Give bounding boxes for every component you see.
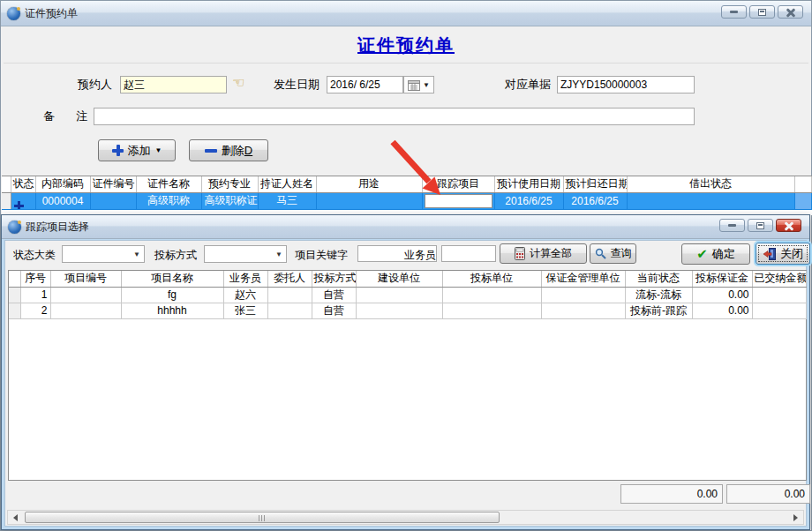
horizontal-scrollbar[interactable] bbox=[7, 510, 804, 525]
projects-grid: 序号 项目编号 项目名称 业务员 委托人 投标方式 建设单位 投标单位 保证金管… bbox=[8, 270, 807, 481]
salesperson-input[interactable] bbox=[441, 245, 496, 262]
col-client[interactable]: 委托人 bbox=[267, 271, 312, 287]
chevron-down-icon: ▼ bbox=[133, 251, 144, 258]
minimize-icon bbox=[730, 11, 738, 13]
scrollbar-thumb[interactable] bbox=[25, 512, 500, 523]
dialog-app-icon bbox=[8, 221, 21, 234]
calc-all-button[interactable]: 计算全部 bbox=[500, 243, 587, 264]
col-bid-method[interactable]: 投标方式 bbox=[312, 271, 356, 287]
close-dialog-button[interactable]: 关闭 bbox=[756, 243, 810, 265]
calendar-icon bbox=[408, 79, 420, 91]
dialog-title: 跟踪项目选择 bbox=[26, 220, 89, 235]
reserver-label: 预约人 bbox=[78, 78, 112, 92]
bid-method-combo[interactable]: ▼ bbox=[204, 245, 287, 263]
hand-picker-icon[interactable]: ☜ bbox=[232, 74, 244, 91]
dialog-close-button[interactable] bbox=[776, 219, 801, 232]
col-deposit-mgmt-unit[interactable]: 保证金管理单位 bbox=[541, 271, 625, 287]
dialog-window-controls bbox=[719, 219, 801, 232]
totals-strip: 0.00 0.00 bbox=[5, 481, 806, 508]
col-seq[interactable]: 序号 bbox=[20, 271, 50, 287]
maximize-icon bbox=[758, 9, 766, 16]
col-tracking-project[interactable]: 跟踪项目 bbox=[422, 176, 494, 192]
occur-date-label: 发生日期 bbox=[274, 78, 320, 92]
salesperson-label: 业务员 bbox=[404, 248, 436, 262]
col-salesperson[interactable]: 业务员 bbox=[223, 271, 267, 287]
doc-label: 对应单据 bbox=[505, 78, 551, 92]
date-picker-button[interactable]: ▼ bbox=[403, 76, 434, 93]
exit-door-icon bbox=[763, 248, 776, 260]
col-construction-unit[interactable]: 建设单位 bbox=[356, 271, 442, 287]
delete-button[interactable]: 删除D bbox=[189, 139, 268, 161]
occur-date-input[interactable] bbox=[327, 76, 403, 93]
add-dropdown-arrow-icon: ▼ bbox=[155, 146, 162, 154]
certificates-grid-header: 状态 内部编码 证件编号 证件名称 预约专业 持证人姓名 用途 跟踪项目 预计使… bbox=[2, 176, 812, 192]
scroll-left-button[interactable] bbox=[8, 511, 23, 524]
status-category-combo[interactable]: ▼ bbox=[62, 245, 145, 263]
tracking-project-dialog: 跟踪项目选择 状态大类 ▼ 投标方式 ▼ 项目关键字 业务员 bbox=[1, 214, 810, 530]
check-icon: ✔ bbox=[696, 248, 708, 260]
col-project-name[interactable]: 项目名称 bbox=[121, 271, 223, 287]
main-window-controls bbox=[721, 5, 803, 19]
main-window-titlebar[interactable]: 证件预约单 bbox=[1, 1, 811, 26]
col-usage[interactable]: 用途 bbox=[316, 176, 422, 192]
col-holder[interactable]: 持证人姓名 bbox=[258, 176, 316, 192]
deposit-total: 0.00 bbox=[620, 484, 723, 504]
close-button[interactable] bbox=[778, 5, 803, 19]
doc-input[interactable] bbox=[557, 76, 695, 93]
minimize-icon bbox=[728, 224, 736, 227]
scroll-right-icon bbox=[793, 514, 798, 521]
main-window-title: 证件预约单 bbox=[25, 6, 78, 21]
certificate-row-selected[interactable]: 0000004 高级职称 高级职称证 马三 2016/6/25 2016/6/2… bbox=[2, 192, 812, 209]
col-internal-code[interactable]: 内部编码 bbox=[35, 176, 90, 192]
paid-total: 0.00 bbox=[726, 484, 810, 504]
chevron-down-icon: ▼ bbox=[275, 251, 286, 258]
app-icon bbox=[7, 7, 20, 20]
calculator-icon bbox=[515, 247, 525, 260]
col-status[interactable]: 状态 bbox=[11, 176, 35, 192]
date-dropdown-arrow-icon: ▼ bbox=[423, 81, 430, 89]
minimize-button[interactable] bbox=[721, 5, 747, 19]
dialog-titlebar[interactable]: 跟踪项目选择 bbox=[2, 215, 809, 239]
status-category-label: 状态大类 bbox=[13, 248, 56, 262]
tracking-project-edit-cell[interactable] bbox=[425, 194, 492, 208]
col-current-status[interactable]: 当前状态 bbox=[625, 271, 692, 287]
col-return-date[interactable]: 预计归还日期 bbox=[563, 176, 627, 192]
project-row[interactable]: 1 fg 赵六 自营 流标-流标 0.00 bbox=[9, 287, 806, 303]
projects-grid-header: 序号 项目编号 项目名称 业务员 委托人 投标方式 建设单位 投标单位 保证金管… bbox=[9, 271, 806, 287]
close-icon bbox=[785, 221, 793, 230]
bid-method-label: 投标方式 bbox=[154, 248, 197, 262]
col-loan-status[interactable]: 借出状态 bbox=[627, 176, 794, 192]
scroll-right-button[interactable] bbox=[788, 511, 803, 524]
dialog-maximize-button[interactable] bbox=[748, 219, 773, 232]
col-project-no[interactable]: 项目编号 bbox=[50, 271, 121, 287]
close-icon bbox=[786, 8, 795, 17]
col-cert-no[interactable]: 证件编号 bbox=[90, 176, 136, 192]
dialog-body: 状态大类 ▼ 投标方式 ▼ 项目关键字 业务员 bbox=[4, 240, 807, 527]
dialog-minimize-button[interactable] bbox=[719, 219, 745, 232]
remark-label-b: 注 bbox=[76, 109, 87, 123]
ok-button[interactable]: ✔ 确定 bbox=[681, 243, 750, 265]
delete-minus-icon bbox=[205, 149, 217, 153]
search-icon bbox=[595, 248, 606, 259]
page-title: 证件预约单 bbox=[1, 34, 811, 57]
col-cert-name[interactable]: 证件名称 bbox=[136, 176, 201, 192]
col-major[interactable]: 预约专业 bbox=[201, 176, 258, 192]
query-button[interactable]: 查询 bbox=[590, 243, 636, 264]
col-bid-deposit[interactable]: 投标保证金 bbox=[692, 271, 752, 287]
maximize-icon bbox=[756, 222, 764, 229]
project-row[interactable]: 2 hhhhh 张三 自营 投标前-跟踪 0.00 bbox=[9, 303, 806, 318]
add-plus-icon bbox=[112, 145, 124, 156]
keyword-label: 项目关键字 bbox=[295, 248, 348, 262]
screen: 证件预约单 证件预约单 预约人 ☜ 发生日期 ▼ 对应单据 备 注 bbox=[0, 0, 812, 531]
col-use-date[interactable]: 预计使用日期 bbox=[494, 176, 563, 192]
col-paid-amount[interactable]: 已交纳金额 bbox=[752, 271, 806, 287]
certificates-grid: 状态 内部编码 证件编号 证件名称 预约专业 持证人姓名 用途 跟踪项目 预计使… bbox=[2, 176, 812, 215]
reserver-input[interactable] bbox=[120, 76, 227, 93]
remark-input[interactable] bbox=[94, 108, 695, 125]
scroll-left-icon bbox=[13, 514, 18, 521]
add-button[interactable]: 添加 ▼ bbox=[98, 139, 176, 161]
maximize-button[interactable] bbox=[749, 5, 775, 19]
col-bidding-unit[interactable]: 投标单位 bbox=[442, 271, 541, 287]
remark-label-a: 备 bbox=[43, 109, 55, 123]
scrollbar-grip-icon bbox=[259, 515, 267, 521]
